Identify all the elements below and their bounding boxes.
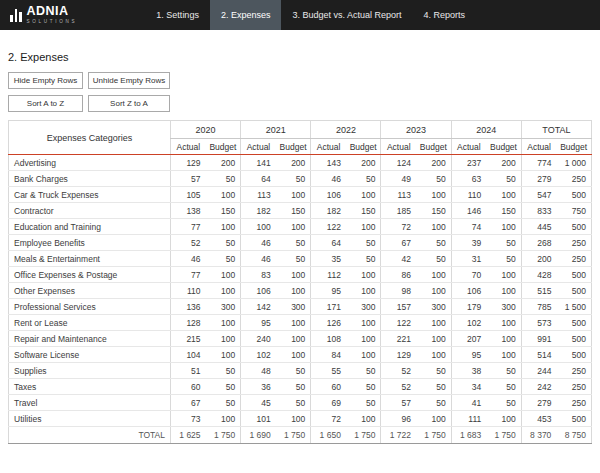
- value-cell[interactable]: 240: [241, 331, 276, 347]
- tab-expenses[interactable]: 2. Expenses: [210, 0, 282, 30]
- value-cell[interactable]: 100: [276, 331, 311, 347]
- value-cell[interactable]: 60: [311, 379, 346, 395]
- value-cell[interactable]: 300: [486, 299, 521, 315]
- value-cell[interactable]: 50: [276, 363, 311, 379]
- value-cell[interactable]: 128: [171, 315, 206, 331]
- value-cell[interactable]: 141: [241, 155, 276, 171]
- value-cell[interactable]: 50: [346, 363, 381, 379]
- value-cell[interactable]: 77: [171, 219, 206, 235]
- value-cell[interactable]: 50: [486, 363, 521, 379]
- value-cell[interactable]: 100: [346, 315, 381, 331]
- category-cell[interactable]: Taxes: [9, 379, 171, 395]
- value-cell[interactable]: 122: [381, 315, 416, 331]
- category-cell[interactable]: Employee Benefits: [9, 235, 171, 251]
- value-cell[interactable]: 785: [521, 299, 556, 315]
- value-cell[interactable]: 129: [381, 347, 416, 363]
- value-cell[interactable]: 50: [346, 379, 381, 395]
- value-cell[interactable]: 250: [556, 235, 591, 251]
- value-cell[interactable]: 34: [451, 379, 486, 395]
- value-cell[interactable]: 500: [556, 267, 591, 283]
- category-cell[interactable]: Car & Truck Expenses: [9, 187, 171, 203]
- value-cell[interactable]: 64: [311, 235, 346, 251]
- value-cell[interactable]: 50: [416, 395, 451, 411]
- value-cell[interactable]: 50: [276, 251, 311, 267]
- value-cell[interactable]: 279: [521, 171, 556, 187]
- value-cell[interactable]: 108: [311, 331, 346, 347]
- value-cell[interactable]: 100: [416, 187, 451, 203]
- value-cell[interactable]: 50: [416, 363, 451, 379]
- value-cell[interactable]: 38: [451, 363, 486, 379]
- value-cell[interactable]: 100: [276, 411, 311, 427]
- value-cell[interactable]: 50: [486, 251, 521, 267]
- value-cell[interactable]: 55: [311, 363, 346, 379]
- value-cell[interactable]: 100: [346, 331, 381, 347]
- value-cell[interactable]: 428: [521, 267, 556, 283]
- value-cell[interactable]: 500: [556, 219, 591, 235]
- value-cell[interactable]: 143: [311, 155, 346, 171]
- value-cell[interactable]: 69: [311, 395, 346, 411]
- value-cell[interactable]: 100: [206, 411, 241, 427]
- value-cell[interactable]: 250: [556, 171, 591, 187]
- value-cell[interactable]: 200: [521, 251, 556, 267]
- value-cell[interactable]: 500: [556, 283, 591, 299]
- value-cell[interactable]: 182: [311, 203, 346, 219]
- value-cell[interactable]: 46: [241, 235, 276, 251]
- value-cell[interactable]: 515: [521, 283, 556, 299]
- value-cell[interactable]: 500: [556, 315, 591, 331]
- value-cell[interactable]: 150: [276, 203, 311, 219]
- value-cell[interactable]: 112: [311, 267, 346, 283]
- value-cell[interactable]: 500: [556, 347, 591, 363]
- value-cell[interactable]: 100: [206, 283, 241, 299]
- value-cell[interactable]: 991: [521, 331, 556, 347]
- value-cell[interactable]: 100: [416, 347, 451, 363]
- value-cell[interactable]: 50: [486, 395, 521, 411]
- value-cell[interactable]: 500: [556, 331, 591, 347]
- category-cell[interactable]: Supplies: [9, 363, 171, 379]
- value-cell[interactable]: 50: [206, 171, 241, 187]
- value-cell[interactable]: 250: [556, 251, 591, 267]
- value-cell[interactable]: 100: [346, 187, 381, 203]
- value-cell[interactable]: 100: [486, 187, 521, 203]
- value-cell[interactable]: 100: [276, 219, 311, 235]
- value-cell[interactable]: 300: [416, 299, 451, 315]
- value-cell[interactable]: 100: [416, 411, 451, 427]
- value-cell[interactable]: 95: [451, 347, 486, 363]
- value-cell[interactable]: 453: [521, 411, 556, 427]
- value-cell[interactable]: 95: [311, 283, 346, 299]
- value-cell[interactable]: 50: [486, 171, 521, 187]
- value-cell[interactable]: 96: [381, 411, 416, 427]
- value-cell[interactable]: 200: [486, 155, 521, 171]
- value-cell[interactable]: 104: [171, 347, 206, 363]
- value-cell[interactable]: 207: [451, 331, 486, 347]
- value-cell[interactable]: 106: [451, 283, 486, 299]
- value-cell[interactable]: 100: [206, 331, 241, 347]
- value-cell[interactable]: 72: [311, 411, 346, 427]
- unhide-empty-rows-button[interactable]: Unhide Empty Rows: [88, 72, 170, 89]
- value-cell[interactable]: 200: [276, 155, 311, 171]
- value-cell[interactable]: 215: [171, 331, 206, 347]
- category-cell[interactable]: Meals & Entertainment: [9, 251, 171, 267]
- value-cell[interactable]: 124: [381, 155, 416, 171]
- value-cell[interactable]: 1 000: [556, 155, 591, 171]
- value-cell[interactable]: 77: [171, 267, 206, 283]
- value-cell[interactable]: 50: [276, 379, 311, 395]
- value-cell[interactable]: 41: [451, 395, 486, 411]
- value-cell[interactable]: 500: [556, 411, 591, 427]
- value-cell[interactable]: 50: [346, 171, 381, 187]
- tab-settings[interactable]: 1. Settings: [145, 0, 210, 30]
- value-cell[interactable]: 250: [556, 395, 591, 411]
- value-cell[interactable]: 200: [416, 155, 451, 171]
- category-cell[interactable]: Other Expenses: [9, 283, 171, 299]
- value-cell[interactable]: 150: [346, 203, 381, 219]
- value-cell[interactable]: 300: [206, 299, 241, 315]
- tab-reports[interactable]: 4. Reports: [413, 0, 477, 30]
- value-cell[interactable]: 86: [381, 267, 416, 283]
- value-cell[interactable]: 50: [416, 379, 451, 395]
- value-cell[interactable]: 35: [311, 251, 346, 267]
- value-cell[interactable]: 150: [416, 203, 451, 219]
- value-cell[interactable]: 150: [206, 203, 241, 219]
- value-cell[interactable]: 100: [346, 267, 381, 283]
- value-cell[interactable]: 50: [416, 171, 451, 187]
- value-cell[interactable]: 221: [381, 331, 416, 347]
- value-cell[interactable]: 57: [381, 395, 416, 411]
